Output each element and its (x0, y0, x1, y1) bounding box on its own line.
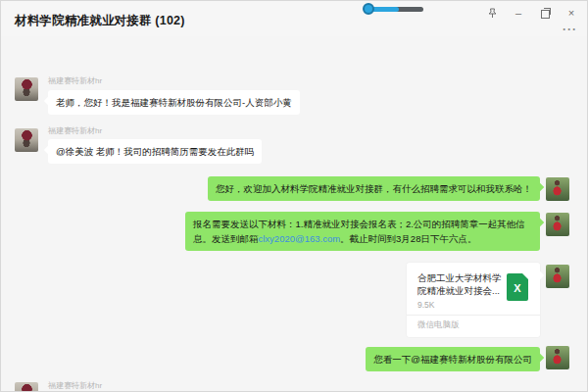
message-bubble[interactable]: 报名需要发送以下材料：1.精准就业对接会报名表；2.公司的招聘简章一起其他信息。… (185, 212, 540, 251)
message-bubble[interactable]: @徐美波 老师！我司的招聘简历需要发在此群吗 (48, 139, 262, 164)
pin-icon[interactable] (485, 6, 499, 20)
sender-name: 福建赛特新材hr (48, 125, 102, 136)
close-icon[interactable]: × (564, 6, 578, 20)
restore-glyph (541, 10, 550, 19)
title-bar: 材料学院精准就业对接群 (102) – × ··· (1, 1, 587, 36)
message-bubble[interactable]: 您看一下@福建赛特新材股份有限公司 (366, 347, 540, 371)
excel-letter: X (507, 282, 528, 294)
sender-name: 福建赛特新材hr (48, 75, 102, 86)
file-source: 微信电脑版 (417, 319, 460, 331)
message-text: 您好，欢迎加入材料学院精准就业对接群，有什么招聘需求可以和我联系哈！ (216, 183, 532, 194)
sender-name: 福建赛特新材hr (48, 380, 102, 391)
avatar[interactable] (546, 213, 569, 236)
chat-title: 材料学院精准就业对接群 (102) (15, 13, 185, 29)
file-name: 合肥工业大学材料学院精准就业对接会... (417, 271, 508, 297)
avatar[interactable] (546, 177, 569, 201)
maximize-icon[interactable] (538, 6, 552, 20)
message-text: 老师，您好！我是福建赛特新材股份有限公司-人资部小黄 (56, 97, 292, 108)
message-bubble[interactable]: 老师，您好！我是福建赛特新材股份有限公司-人资部小黄 (48, 90, 300, 115)
minimize-icon[interactable]: – (512, 6, 525, 20)
wechat-window: { "window": { "title": "材料学院精准就业对接群 (102… (0, 0, 588, 392)
file-size: 9.5K (417, 300, 435, 310)
message-text: @徐美波 老师！我司的招聘简历需要发在此群吗 (56, 146, 254, 157)
chat-area: 福建赛特新材hr 老师，您好！我是福建赛特新材股份有限公司-人资部小黄 福建赛特… (1, 36, 587, 391)
window-controls: – × (485, 6, 578, 20)
email-link[interactable]: clxy2020@163.com (259, 233, 341, 244)
avatar[interactable] (15, 77, 38, 101)
more-menu-icon[interactable]: ··· (563, 23, 577, 36)
card-divider (407, 315, 540, 316)
avatar[interactable] (15, 382, 38, 392)
avatar[interactable] (546, 265, 569, 288)
excel-file-icon: X (507, 273, 528, 301)
overlay-slider (363, 3, 425, 16)
file-attachment-card[interactable]: 合肥工业大学材料学院精准就业对接会... X 9.5K 微信电脑版 (407, 263, 540, 337)
message-text: 。截止时间到3月28日下午六点。 (340, 233, 476, 244)
message-text: 您看一下@福建赛特新材股份有限公司 (373, 354, 532, 365)
message-bubble[interactable]: 您好，欢迎加入材料学院精准就业对接群，有什么招聘需求可以和我联系哈！ (208, 176, 540, 201)
avatar[interactable] (15, 128, 38, 152)
avatar[interactable] (546, 346, 569, 369)
slider-knob[interactable] (363, 3, 374, 15)
